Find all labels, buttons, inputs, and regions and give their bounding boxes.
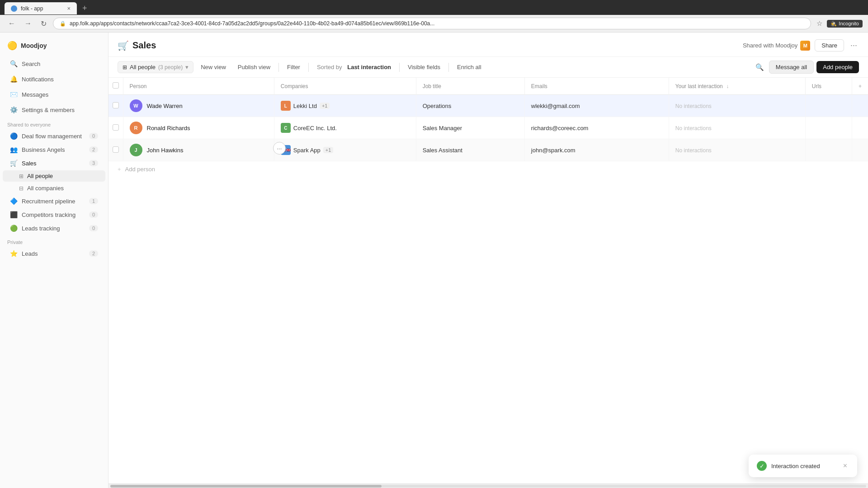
tab-favicon [11, 5, 17, 12]
tab-title: folk - app [21, 5, 43, 12]
header-person: Person [123, 78, 274, 95]
sidebar-brand[interactable]: 🟡 Moodjoy [0, 37, 108, 56]
sidebar-search-label: Search [22, 61, 40, 67]
business-angels-badge: 2 [89, 146, 98, 153]
person-cell-wade[interactable]: W Wade Warren [123, 95, 274, 117]
incognito-label: Incognito [839, 21, 859, 26]
browser-nav: ← → ↻ 🔒 app.folk.app/apps/contacts/netwo… [0, 15, 868, 33]
visible-fields-btn[interactable]: Visible fields [403, 61, 445, 73]
deal-flow-label: Deal flow management [22, 133, 82, 140]
header-checkbox-cell [108, 78, 123, 95]
view-chevron-icon: ▾ [185, 64, 189, 70]
horizontal-scrollbar[interactable] [108, 483, 868, 488]
address-bar[interactable]: 🔒 app.folk.app/apps/contacts/network/cca… [53, 18, 811, 29]
toolbar-divider-4 [448, 63, 449, 72]
job-title-john: Sales Assistant [416, 139, 524, 161]
more-options-btn[interactable]: ··· [849, 39, 859, 52]
deal-flow-icon: 🔵 [10, 132, 17, 140]
person-cell-ronald[interactable]: R Ronald Richards [123, 117, 274, 139]
page-emoji: 🛒 [118, 40, 129, 51]
sidebar-item-competitors[interactable]: ⬛ Competitors tracking 0 [3, 208, 105, 221]
avatar-john: J [130, 144, 142, 156]
leads-tracking-label: Leads tracking [22, 225, 60, 232]
new-tab-btn[interactable]: + [79, 2, 91, 15]
active-tab[interactable]: folk - app × [5, 2, 77, 14]
row-checkbox-john[interactable] [113, 146, 119, 153]
view-selector[interactable]: ⊞ All people (3 people) ▾ [118, 61, 193, 73]
sidebar-sub-item-all-people[interactable]: ⊞ All people [3, 170, 105, 182]
add-people-btn[interactable]: Add people [816, 61, 859, 73]
person-cell-john[interactable]: J John Hawkins ··· [123, 139, 274, 161]
shared-section-label: Shared to everyone [0, 117, 108, 129]
leads-label: Leads [22, 250, 38, 257]
urls-wade [805, 95, 852, 117]
tab-close-btn[interactable]: × [67, 5, 71, 12]
avatar-ronald: R [130, 122, 142, 134]
sidebar-item-sales[interactable]: 🛒 Sales 3 [3, 157, 105, 169]
person-name-john: John Hawkins [147, 147, 184, 154]
sidebar-item-search[interactable]: 🔍 Search [3, 56, 105, 71]
sidebar-item-leads[interactable]: ⭐ Leads 2 [3, 247, 105, 260]
actions-john-cell [852, 139, 868, 161]
header-companies: Companies [274, 78, 416, 95]
business-angels-label: Business Angels [22, 146, 65, 153]
recruitment-icon: 🔷 [10, 197, 17, 205]
sidebar-item-business-angels[interactable]: 👥 Business Angels 2 [3, 143, 105, 156]
sorted-by-btn[interactable]: Sorted by Last interaction [312, 61, 396, 73]
scroll-thumb[interactable] [110, 485, 382, 488]
company-cell-wade[interactable]: L Lekki Ltd +1 [274, 95, 416, 117]
toast-close-btn[interactable]: × [841, 462, 849, 470]
app-container: 🟡 Moodjoy 🔍 Search 🔔 Notifications ✉️ Me… [0, 33, 868, 488]
sidebar-item-deal-flow[interactable]: 🔵 Deal flow management 0 [3, 130, 105, 142]
sidebar-item-recruitment[interactable]: 🔷 Recruitment pipeline 1 [3, 195, 105, 207]
sidebar-item-leads-tracking[interactable]: 🟢 Leads tracking 0 [3, 222, 105, 235]
company-plus-john: +1 [323, 147, 334, 153]
header-last-interaction: Your last interaction ↓ [669, 78, 805, 95]
company-cell-ronald[interactable]: C CoreEC Inc. Ltd. [274, 117, 416, 139]
row-action-more-btn[interactable]: ··· [273, 142, 286, 155]
lock-icon: 🔒 [60, 21, 66, 27]
row-checkbox-ronald[interactable] [113, 124, 119, 131]
competitors-label: Competitors tracking [22, 211, 75, 218]
last-interaction-john: No interactions [669, 139, 805, 161]
add-person-row[interactable]: + Add person [108, 161, 868, 177]
shared-badge: Shared with Moodjoy M [743, 41, 810, 51]
sales-label: Sales [22, 160, 37, 167]
bookmark-icon[interactable]: ☆ [815, 18, 824, 29]
header-add-column[interactable]: + [852, 78, 868, 95]
brand-name: Moodjoy [21, 42, 47, 49]
moodjoy-badge-icon: M [800, 41, 810, 51]
publish-view-btn[interactable]: Publish view [233, 61, 275, 73]
sidebar-item-settings[interactable]: ⚙️ Settings & members [3, 103, 105, 117]
last-interaction-wade: No interactions [669, 95, 805, 117]
company-name-spark: Spark App [293, 147, 321, 154]
filter-btn[interactable]: Filter [283, 61, 305, 73]
row-checkbox-wade[interactable] [113, 102, 119, 108]
company-name-coreec: CoreEC Inc. Ltd. [293, 125, 337, 131]
company-avatar-lekki: L [281, 101, 291, 111]
toolbar-divider-3 [399, 63, 400, 72]
message-all-btn[interactable]: Message all [769, 61, 814, 74]
sidebar-item-messages[interactable]: ✉️ Messages [3, 87, 105, 102]
company-cell-john[interactable]: 🇺🇸🇬🇧 Spark App +1 [274, 139, 416, 161]
new-view-btn[interactable]: New view [196, 61, 231, 73]
select-all-checkbox[interactable] [113, 82, 119, 89]
url-text: app.folk.app/apps/contacts/network/ccaa7… [70, 20, 804, 27]
nav-back-btn[interactable]: ← [5, 19, 18, 28]
table-row: W Wade Warren L Lekki Ltd +1 [108, 95, 868, 117]
nav-actions: ☆ 🕵 Incognito [815, 18, 863, 29]
sidebar-item-notifications[interactable]: 🔔 Notifications [3, 72, 105, 86]
business-angels-icon: 👥 [10, 146, 17, 153]
nav-forward-btn[interactable]: → [22, 19, 34, 28]
list-icon: ⊟ [19, 185, 24, 192]
search-btn[interactable]: 🔍 [753, 61, 766, 74]
sidebar-messages-label: Messages [22, 91, 48, 98]
toolbar: ⊞ All people (3 people) ▾ New view Publi… [108, 57, 868, 78]
nav-refresh-btn[interactable]: ↻ [38, 19, 49, 29]
enrich-all-btn[interactable]: Enrich all [453, 61, 486, 73]
row-checkbox-cell-wade [108, 95, 123, 117]
share-button[interactable]: Share [815, 39, 844, 52]
sidebar-sub-item-all-companies[interactable]: ⊟ All companies [3, 183, 105, 194]
all-people-label: All people [27, 173, 53, 179]
job-title-ronald: Sales Manager [416, 117, 524, 139]
